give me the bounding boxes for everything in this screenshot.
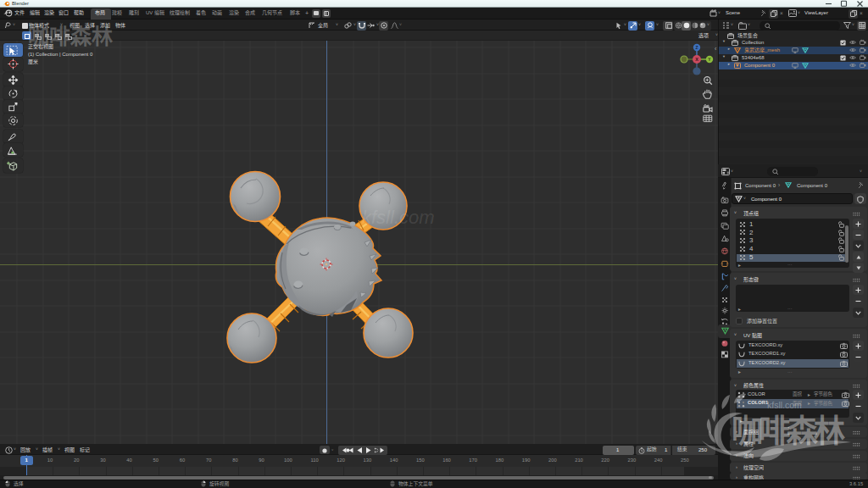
svg-text:Z: Z (695, 45, 698, 50)
svg-text:咖啡森林: 咖啡森林 (732, 406, 845, 452)
svg-text:X: X (695, 57, 698, 62)
